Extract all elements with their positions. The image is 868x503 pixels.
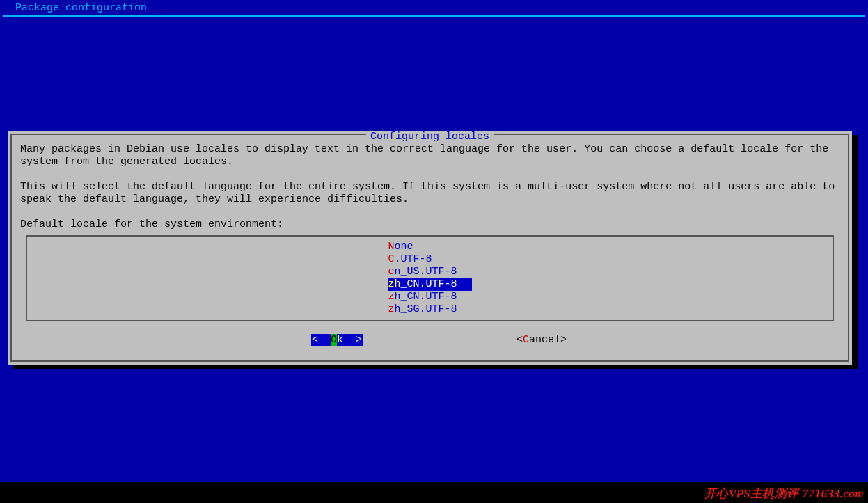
page-header-title: Package configuration — [15, 2, 147, 14]
locale-option-hotkey: C — [388, 253, 395, 265]
dialog-frame: Configuring locales Many packages in Deb… — [10, 134, 849, 362]
locale-option-label: .UTF-8 — [395, 253, 432, 265]
locale-option[interactable]: zh_SG.UTF-8 — [388, 303, 472, 316]
cancel-button-hotkey: C — [523, 334, 529, 346]
locale-option-label: h_SG.UTF-8 — [395, 303, 457, 315]
locale-option-label: h_CN.UTF-8 — [395, 278, 457, 290]
header-rule — [3, 15, 865, 17]
dialog: Configuring locales Many packages in Deb… — [8, 131, 852, 365]
locale-option-hotkey: N — [388, 241, 395, 253]
locale-option[interactable]: en_US.UTF-8 — [388, 266, 472, 278]
locale-option-hotkey: z — [388, 278, 395, 290]
ok-button-pre: < — [312, 334, 331, 346]
locale-option-hotkey: z — [388, 291, 395, 303]
locale-option[interactable]: C.UTF-8 — [388, 253, 472, 266]
locale-option-label: one — [395, 241, 413, 253]
ok-button-post: k > — [337, 334, 362, 346]
button-row: < Ok > <Cancel> — [12, 334, 848, 348]
page-header: Package configuration — [3, 2, 865, 16]
ok-button[interactable]: < Ok > — [311, 334, 363, 346]
cancel-button-post: ancel> — [529, 334, 567, 346]
locale-option[interactable]: zh_CN.UTF-8 — [388, 291, 472, 303]
dialog-paragraph-1: Many packages in Debian use locales to d… — [20, 143, 839, 168]
locale-listbox[interactable]: NoneC.UTF-8en_US.UTF-8zh_CN.UTF-8zh_CN.U… — [27, 241, 833, 316]
dialog-title-wrap: Configuring locales — [12, 131, 848, 143]
dialog-body: Many packages in Debian use locales to d… — [20, 143, 839, 243]
locale-option[interactable]: None — [388, 241, 472, 253]
dialog-title: Configuring locales — [366, 131, 494, 143]
locale-option-label: n_US.UTF-8 — [395, 266, 457, 278]
footer-bar: 开心VPS主机测评 771633.com — [0, 482, 868, 503]
ok-button-hotkey: O — [331, 334, 337, 346]
cancel-button-pre: < — [516, 334, 523, 346]
locale-listbox-frame: NoneC.UTF-8en_US.UTF-8zh_CN.UTF-8zh_CN.U… — [26, 235, 834, 321]
dialog-paragraph-2: This will select the default language fo… — [20, 181, 839, 206]
locale-option-hotkey: e — [388, 266, 395, 278]
cancel-button[interactable]: <Cancel> — [516, 334, 567, 346]
dialog-prompt: Default locale for the system environmen… — [20, 218, 839, 231]
locale-option[interactable]: zh_CN.UTF-8 — [388, 278, 472, 291]
watermark: 开心VPS主机测评 771633.com — [704, 488, 864, 500]
locale-option-label: h_CN.UTF-8 — [395, 291, 457, 303]
terminal-screen: Package configuration Configuring locale… — [0, 0, 868, 503]
locale-option-hotkey: z — [388, 303, 395, 315]
